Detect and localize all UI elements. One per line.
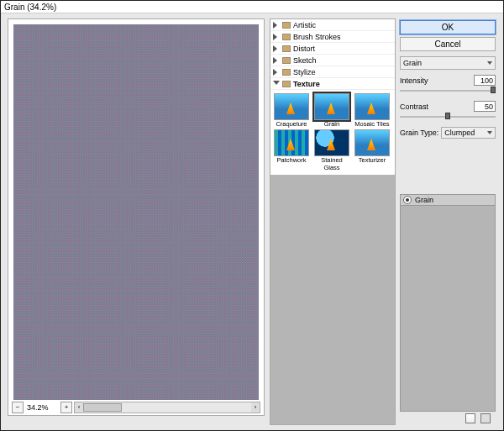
effect-layer-label: Grain xyxy=(415,196,433,204)
category-label: Artistic xyxy=(293,21,316,29)
chevron-right-icon xyxy=(273,57,280,64)
grain-type-value: Clumped xyxy=(444,129,475,137)
category-label: Texture xyxy=(293,80,320,88)
visibility-eye-icon[interactable] xyxy=(403,196,412,204)
chevron-right-icon xyxy=(273,34,280,40)
thumb-craquelure[interactable]: Craquelure xyxy=(272,93,311,128)
folder-icon xyxy=(282,81,291,87)
category-distort[interactable]: Distort xyxy=(270,43,395,55)
grain-type-label: Grain Type: xyxy=(400,129,438,137)
param-label: Intensity xyxy=(400,76,428,85)
category-label: Stylize xyxy=(293,68,316,76)
chevron-right-icon xyxy=(273,69,280,76)
zoom-in-button[interactable]: + xyxy=(60,402,72,413)
category-label: Sketch xyxy=(293,56,317,65)
window-title: Grain (34.2%) xyxy=(1,1,503,13)
thumb-grain[interactable]: Grain xyxy=(312,93,351,128)
thumb-patchwork[interactable]: Patchwork xyxy=(272,129,311,171)
intensity-input[interactable] xyxy=(474,75,496,86)
grain-type-select[interactable]: Clumped xyxy=(441,127,496,139)
category-texture[interactable]: Texture xyxy=(270,78,395,90)
category-artistic[interactable]: Artistic xyxy=(270,19,395,31)
param-intensity: Intensity xyxy=(400,75,496,94)
filter-name-select[interactable]: Grain xyxy=(400,56,496,70)
effect-layer-row[interactable]: Grain xyxy=(400,194,496,206)
settings-panel: OK Cancel Grain Intensity Contrast xyxy=(400,18,496,425)
category-label: Brush Strokes xyxy=(293,33,341,41)
contrast-slider[interactable] xyxy=(400,113,496,120)
new-effect-layer-icon[interactable] xyxy=(465,413,475,423)
category-sketch[interactable]: Sketch xyxy=(270,55,395,66)
ok-button[interactable]: OK xyxy=(400,20,496,34)
zoom-out-button[interactable]: − xyxy=(12,402,24,413)
thumb-label: Texturizer xyxy=(353,156,391,164)
intensity-slider[interactable] xyxy=(400,87,496,94)
folder-icon xyxy=(282,22,291,29)
preview-panel: − 34.2% + ‹› xyxy=(8,18,265,416)
thumb-texturizer[interactable]: Texturizer xyxy=(353,129,391,171)
cancel-button[interactable]: Cancel xyxy=(400,37,496,51)
category-brush-strokes[interactable]: Brush Strokes xyxy=(270,31,395,43)
zoom-level: 34.2% xyxy=(25,403,59,412)
thumb-label: Craquelure xyxy=(272,120,311,128)
folder-icon xyxy=(282,57,291,64)
filter-thumbnails: Craquelure Grain Mosaic Tiles Patchwork … xyxy=(270,90,395,175)
chevron-right-icon xyxy=(273,45,280,52)
chevron-down-icon xyxy=(273,81,280,87)
param-contrast: Contrast xyxy=(400,101,496,120)
filter-category-panel: Artistic Brush Strokes Distort Sketch St… xyxy=(270,18,396,425)
thumb-label: Mosaic Tiles xyxy=(353,120,391,128)
category-label: Distort xyxy=(293,45,315,53)
category-stylize[interactable]: Stylize xyxy=(270,66,395,78)
chevron-down-icon xyxy=(487,61,492,65)
thumb-stained-glass[interactable]: Stained Glass xyxy=(312,129,351,171)
param-label: Contrast xyxy=(400,102,428,111)
folder-icon xyxy=(282,69,291,76)
chevron-right-icon xyxy=(273,22,280,29)
thumb-label: Stained Glass xyxy=(312,156,351,171)
folder-icon xyxy=(282,34,291,40)
preview-canvas[interactable] xyxy=(13,24,259,400)
contrast-input[interactable] xyxy=(474,101,496,112)
horizontal-scrollbar[interactable]: ‹› xyxy=(74,402,260,413)
effect-layers-panel xyxy=(400,206,496,412)
thumb-mosaic-tiles[interactable]: Mosaic Tiles xyxy=(353,93,391,128)
folder-icon xyxy=(282,45,291,52)
delete-effect-layer-icon[interactable] xyxy=(480,413,491,423)
filter-name-label: Grain xyxy=(403,59,422,67)
chevron-down-icon xyxy=(487,131,492,134)
thumb-label: Grain xyxy=(312,120,351,128)
thumb-label: Patchwork xyxy=(272,156,311,164)
